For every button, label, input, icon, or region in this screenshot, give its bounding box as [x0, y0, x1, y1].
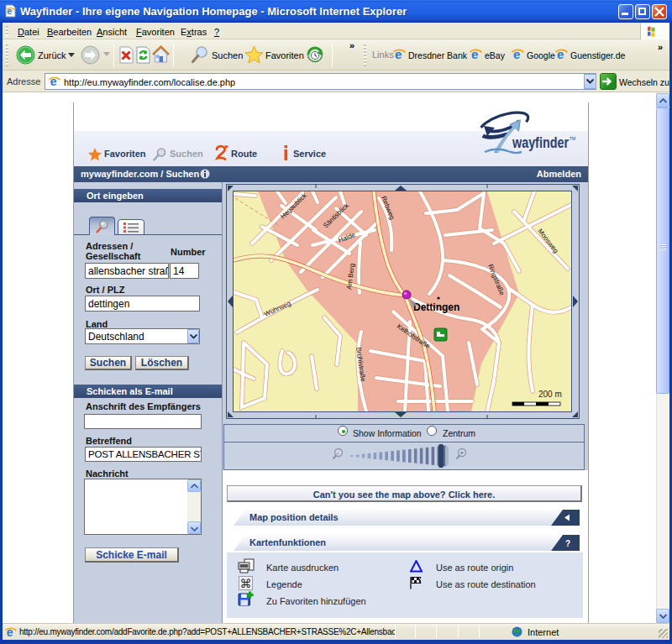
svg-text:+: + [460, 449, 465, 457]
svg-text:TM: TM [570, 136, 575, 141]
svg-text:Map position details: Map position details [249, 512, 339, 522]
svg-text:200 m: 200 m [538, 390, 562, 399]
svg-text:?: ? [565, 539, 570, 548]
svg-text:wayfinder: wayfinder [512, 134, 569, 151]
svg-text:-: - [337, 449, 339, 457]
svg-text:e: e [7, 6, 12, 16]
svg-text:Dettingen: Dettingen [413, 301, 459, 313]
svg-text:Kartenfunktionen: Kartenfunktionen [249, 537, 326, 547]
